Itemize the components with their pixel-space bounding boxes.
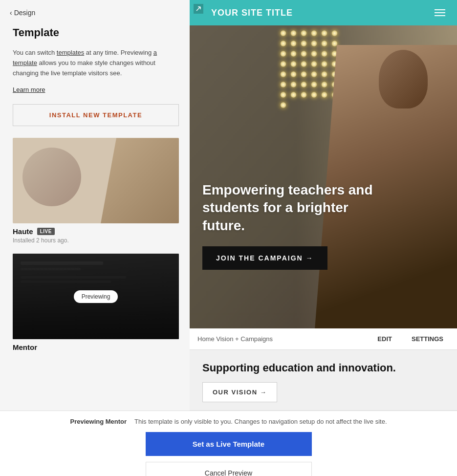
install-template-button[interactable]: INSTALL NEW TEMPLATE [13, 104, 179, 126]
join-campaign-button[interactable]: JOIN THE CAMPAIGN → [202, 246, 327, 270]
right-preview: YOUR SITE TITLE [190, 0, 457, 411]
chevron-left-icon: ‹ [10, 9, 12, 17]
previewing-label: Previewing Mentor [70, 418, 127, 425]
mentor-name: Mentor [13, 343, 37, 351]
nav-breadcrumb: Home Vision + Campaigns [197, 335, 364, 343]
mentor-overlay: Previewing [13, 254, 179, 339]
site-title: YOUR SITE TITLE [211, 8, 293, 18]
back-label: Design [14, 9, 36, 17]
back-nav[interactable]: ‹ Design [0, 0, 190, 22]
template-link2[interactable]: a template [13, 49, 157, 66]
mentor-template-info: Mentor [13, 343, 179, 351]
edit-button[interactable]: EDIT [371, 335, 398, 343]
hero-headline: Empowering teachers and students for a b… [202, 181, 378, 235]
site-header: YOUR SITE TITLE [190, 0, 457, 25]
set-live-template-button[interactable]: Set as Live Template [146, 432, 312, 456]
preview-nav: Home Vision + Campaigns EDIT SETTINGS [190, 328, 457, 350]
haute-template-card[interactable]: GOLDEN RULE Haute LIVE Installed 2 hours… [13, 138, 179, 244]
learn-more-link[interactable]: Learn more [13, 86, 45, 93]
panel-description: You can switch templates at any time. Pr… [13, 48, 180, 78]
previewing-info: Previewing Mentor This template is only … [70, 418, 387, 425]
mentor-card-image: Previewing [13, 254, 179, 339]
hero-section: Empowering teachers and students for a b… [190, 25, 457, 328]
hamburger-icon[interactable] [435, 9, 445, 16]
panel-title: Template [13, 26, 180, 39]
cancel-preview-button[interactable]: Cancel Preview [146, 462, 312, 476]
haute-name: Haute [13, 227, 33, 236]
haute-template-info: Haute LIVE [13, 227, 179, 236]
preview-content-section: Supporting education and innovation. OUR… [190, 350, 457, 410]
left-panel: ‹ Design Template You can switch templat… [0, 0, 190, 411]
preview-subtitle: Supporting education and innovation. [202, 362, 444, 374]
breadcrumb-text: Home Vision + Campaigns [197, 335, 273, 343]
settings-button[interactable]: SETTINGS [406, 335, 449, 343]
hero-content: Empowering teachers and students for a b… [202, 181, 378, 270]
previewing-badge: Previewing [74, 290, 118, 303]
haute-live-badge: LIVE [37, 228, 55, 235]
expand-icon[interactable] [194, 4, 203, 14]
haute-meta: Installed 2 hours ago. [13, 237, 179, 244]
previewing-info-text: This template is only visible to you. Ch… [134, 418, 387, 425]
our-vision-button[interactable]: OUR VISION → [202, 382, 277, 402]
bottom-bar: Previewing Mentor This template is only … [0, 411, 457, 476]
templates-link[interactable]: templates [57, 49, 84, 56]
panel-content: Template You can switch templates at any… [0, 22, 190, 411]
mentor-template-card[interactable]: Previewing Mentor [13, 254, 179, 351]
haute-card-image: GOLDEN RULE [13, 138, 179, 223]
